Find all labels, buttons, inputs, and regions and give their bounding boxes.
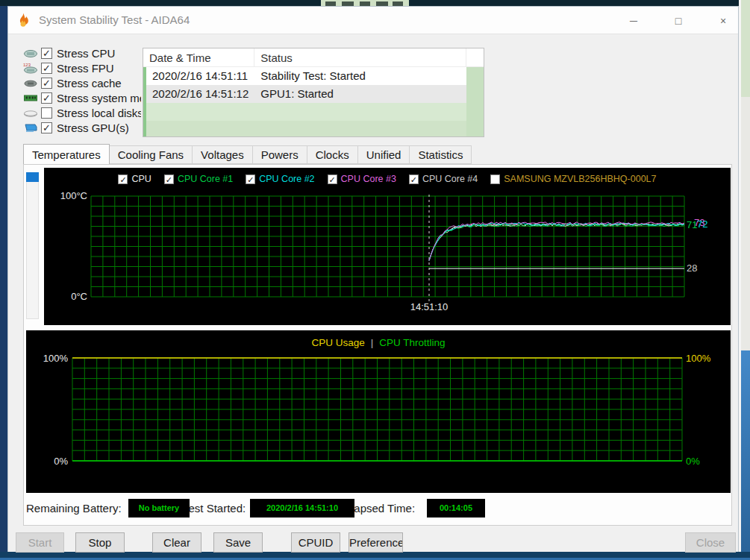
status-value-display: No battery <box>128 499 190 517</box>
tab-temperatures[interactable]: Temperatures <box>23 144 110 164</box>
usage-left-min: 0% <box>35 456 68 467</box>
cpu-usage-chart: CPU Usage | CPU Throttling 100% 0% 100% … <box>26 330 731 493</box>
stress-option[interactable]: ✓Stress GPU(s) <box>23 120 141 135</box>
vertical-scrollbar[interactable] <box>26 172 39 319</box>
status-label: Remaining Battery: <box>26 502 122 515</box>
cpu-usage-label: CPU Usage <box>311 337 364 348</box>
stress-option-label: Stress cache <box>57 77 122 89</box>
legend-item[interactable]: SAMSUNG MZVLB256HBHQ-000L7 <box>490 174 656 184</box>
preferences-button[interactable]: Preferences <box>349 532 403 553</box>
log-row-empty <box>143 121 484 137</box>
tab-unified[interactable]: Unified <box>358 145 410 164</box>
background-window-left <box>0 6 7 560</box>
log-column-header: Date & Time <box>143 48 254 66</box>
minimize-button[interactable]: ─ <box>624 13 643 29</box>
temperature-plot <box>44 168 731 325</box>
usage-left-max: 100% <box>35 353 68 364</box>
window-title: System Stability Test - AIDA64 <box>39 13 190 26</box>
legend-item[interactable]: ✓CPU <box>118 174 151 184</box>
stress-option-label: Stress CPU <box>57 47 115 60</box>
temperatures-page: ✓CPU✓CPU Core #1✓CPU Core #2✓CPU Core #3… <box>23 164 732 526</box>
close-window-button[interactable]: × <box>713 13 733 29</box>
stop-button[interactable]: Stop <box>75 532 125 553</box>
legend-item[interactable]: ✓CPU Core #1 <box>164 174 233 184</box>
background-window-right <box>739 0 750 552</box>
legend-item[interactable]: ✓CPU Core #3 <box>328 174 396 184</box>
screen: System Stability Test - AIDA64 ─ □ × ✓St… <box>0 0 750 560</box>
stress-option[interactable]: ✓Stress cache <box>23 75 141 90</box>
dialog-body: ✓Stress CPU123✓Stress FPU✓Stress cache✓S… <box>8 35 738 552</box>
log-status: Stability Test: Started <box>254 67 466 85</box>
status-label: Elapsed Time: <box>344 502 415 515</box>
stress-option-label: Stress GPU(s) <box>57 122 129 134</box>
legend-label: CPU <box>131 174 151 184</box>
log-row[interactable]: 2020/2/16 14:51:12GPU1: Started <box>143 85 484 103</box>
status-value-display: 2020/2/16 14:51:10 <box>250 499 354 517</box>
legend-item[interactable]: ✓CPU Core #2 <box>246 174 314 184</box>
temperature-chart: ✓CPU✓CPU Core #1✓CPU Core #2✓CPU Core #3… <box>44 168 731 325</box>
log-status: GPU1: Started <box>254 85 466 103</box>
stress-option[interactable]: 123✓Stress FPU <box>23 60 141 75</box>
legend-checkbox[interactable]: ✓ <box>164 174 174 184</box>
legend-label: CPU Core #3 <box>341 174 396 184</box>
temp-value-label: 28 <box>687 262 697 274</box>
legend-checkbox[interactable]: ✓ <box>328 174 337 184</box>
title-separator: | <box>371 337 374 348</box>
tab-cooling-fans[interactable]: Cooling Fans <box>110 145 193 164</box>
temp-axis-max: 100°C <box>50 190 87 201</box>
cache-icon <box>23 77 38 89</box>
clear-button[interactable]: Clear <box>152 532 201 553</box>
stress-checkbox[interactable]: ✓ <box>41 92 52 104</box>
cpu-throttling-label: CPU Throttling <box>379 337 445 348</box>
legend-checkbox[interactable]: ✓ <box>246 174 255 184</box>
usage-right-min: 0% <box>686 456 700 467</box>
tab-strip: TemperaturesCooling FansVoltagesPowersCl… <box>23 144 472 164</box>
stress-checkbox[interactable]: ✓ <box>41 122 52 133</box>
stress-checkbox[interactable] <box>41 107 52 119</box>
legend-checkbox[interactable]: ✓ <box>409 174 419 184</box>
maximize-button[interactable]: □ <box>669 13 688 29</box>
aida64-flame-icon <box>15 12 31 31</box>
tab-voltages[interactable]: Voltages <box>193 145 253 164</box>
tab-powers[interactable]: Powers <box>253 145 307 164</box>
svg-text:123: 123 <box>23 63 31 67</box>
stress-checkbox[interactable]: ✓ <box>41 63 52 74</box>
memory-icon <box>23 92 38 104</box>
status-label: Test Started: <box>183 502 246 515</box>
event-log-table: Date & TimeStatus2020/2/16 14:51:11Stabi… <box>143 48 484 137</box>
log-datetime: 2020/2/16 14:51:12 <box>146 85 254 103</box>
fpu-icon: 123 <box>23 62 38 74</box>
status-value-display: 00:14:05 <box>427 499 485 517</box>
start-button: Start <box>16 532 64 553</box>
legend-item[interactable]: ✓CPU Core #4 <box>409 174 478 184</box>
log-datetime: 2020/2/16 14:51:11 <box>146 67 254 85</box>
legend-checkbox[interactable]: ✓ <box>118 174 128 184</box>
legend-label: CPU Core #1 <box>178 174 233 184</box>
legend-checkbox[interactable] <box>490 174 500 184</box>
test-start-time-marker: 14:51:10 <box>396 301 463 312</box>
stability-test-window: System Stability Test - AIDA64 ─ □ × ✓St… <box>7 6 739 552</box>
legend-label: SAMSUNG MZVLB256HBHQ-000L7 <box>504 174 656 184</box>
tab-statistics[interactable]: Statistics <box>410 145 472 164</box>
gpu-icon <box>23 122 38 133</box>
stress-checkbox[interactable]: ✓ <box>41 48 52 59</box>
temp-axis-min: 0°C <box>50 291 87 302</box>
stress-option-label: Stress FPU <box>57 62 114 75</box>
log-row-empty <box>143 103 484 121</box>
log-row[interactable]: 2020/2/16 14:51:11Stability Test: Starte… <box>143 67 484 85</box>
usage-plot <box>26 330 731 493</box>
titlebar: System Stability Test - AIDA64 ─ □ × <box>8 7 738 34</box>
stress-checkbox[interactable]: ✓ <box>41 78 52 89</box>
stress-option[interactable]: ✓Stress CPU <box>23 45 141 60</box>
cpuid-button[interactable]: CPUID <box>291 532 340 553</box>
stress-options: ✓Stress CPU123✓Stress FPU✓Stress cache✓S… <box>23 45 141 135</box>
stress-option-label: Stress system memory <box>57 92 141 104</box>
tab-clocks[interactable]: Clocks <box>307 145 358 164</box>
scrollbar-thumb[interactable] <box>26 172 39 182</box>
background-window-top <box>0 0 750 6</box>
stress-option[interactable]: Stress local disks <box>23 105 141 120</box>
stress-option[interactable]: ✓Stress system memory <box>23 90 141 105</box>
temperature-legend: ✓CPU✓CPU Core #1✓CPU Core #2✓CPU Core #3… <box>44 174 731 184</box>
legend-label: CPU Core #2 <box>259 174 314 184</box>
save-button[interactable]: Save <box>213 532 263 553</box>
